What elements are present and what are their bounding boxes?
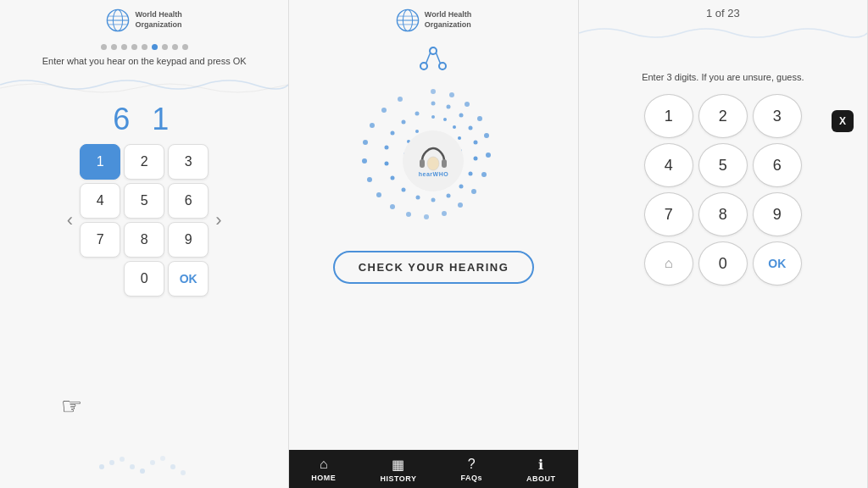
svg-point-37 [376, 192, 381, 197]
wave-decoration-p1 [0, 73, 288, 97]
dot-9 [182, 44, 188, 50]
p3-key-2[interactable]: 2 [698, 94, 748, 138]
key-5[interactable]: 5 [124, 183, 164, 219]
wave-decoration-p3 [579, 23, 867, 43]
panel-home: World Health Organization [289, 0, 578, 488]
dot-3 [121, 44, 127, 50]
svg-point-61 [415, 112, 420, 116]
home-nav-label: HOME [311, 474, 336, 482]
p3-key-0[interactable]: 0 [698, 241, 748, 286]
bottom-navigation: ⌂ HOME ▦ HISTORY ? FAQs ℹ ABOUT [289, 450, 577, 488]
svg-point-19 [430, 47, 437, 54]
p3-key-home[interactable]: ⌂ [644, 241, 693, 286]
nav-history[interactable]: ▦ HISTORY [380, 457, 416, 483]
p3-key-5[interactable]: 5 [698, 143, 748, 187]
dot-5 [142, 44, 147, 50]
svg-rect-76 [420, 159, 425, 168]
p3-key-6[interactable]: 6 [753, 143, 802, 187]
close-button[interactable]: X [832, 110, 854, 132]
who-org-text-panel1: World Health Organization [135, 10, 181, 30]
svg-point-27 [477, 116, 482, 121]
svg-point-59 [391, 131, 395, 136]
key-0[interactable]: 0 [124, 261, 164, 297]
share-icon-area [419, 44, 448, 76]
svg-point-11 [160, 456, 165, 461]
who-header-panel1: World Health Organization [106, 0, 181, 37]
p3-key-4[interactable]: 4 [644, 143, 693, 187]
who-org-text-panel2: World Health Organization [425, 10, 471, 30]
dot-8 [172, 44, 178, 50]
p3-key-8[interactable]: 8 [698, 192, 748, 236]
svg-point-58 [385, 146, 389, 150]
question-counter: 1 of 23 [706, 7, 740, 19]
svg-point-49 [474, 157, 478, 161]
dot-7 [162, 44, 168, 50]
svg-point-12 [170, 464, 175, 469]
svg-point-39 [362, 158, 367, 164]
svg-point-38 [367, 177, 372, 182]
svg-point-75 [415, 130, 419, 133]
about-nav-icon: ℹ [538, 457, 543, 473]
svg-point-46 [459, 114, 464, 118]
key-4[interactable]: 4 [80, 183, 120, 219]
svg-point-25 [449, 92, 454, 97]
svg-point-47 [469, 126, 473, 130]
svg-point-54 [416, 196, 420, 200]
digit-display: 6 1 [113, 102, 175, 137]
svg-point-13 [181, 470, 186, 475]
check-hearing-button[interactable]: CHECK YOUR HEARING [333, 251, 535, 284]
key-1[interactable]: 1 [80, 144, 120, 180]
hear-circle: hearWHO [357, 85, 509, 237]
svg-point-48 [474, 141, 478, 145]
svg-point-20 [420, 63, 427, 69]
panel-digit-entry: 1 of 23 X Enter 3 digits. If you are uns… [579, 0, 868, 488]
digit-instruction: Enter 3 digits. If you are unsure, guess… [628, 72, 817, 82]
keypad-wrapper: ‹ 1 2 3 4 5 6 7 8 9 0 OK › [64, 144, 225, 297]
svg-point-65 [458, 136, 461, 140]
svg-point-41 [370, 123, 375, 128]
svg-point-10 [150, 460, 155, 465]
key-ok[interactable]: OK [168, 261, 209, 297]
svg-point-35 [406, 212, 411, 217]
svg-point-62 [431, 115, 435, 119]
dot-2 [111, 44, 117, 50]
key-8[interactable]: 8 [124, 222, 164, 258]
svg-line-23 [437, 53, 441, 64]
p3-key-7[interactable]: 7 [644, 192, 693, 236]
svg-point-21 [439, 63, 446, 69]
hear-who-label: hearWHO [419, 171, 448, 177]
svg-point-6 [109, 460, 114, 465]
key-6[interactable]: 6 [168, 183, 209, 219]
svg-rect-77 [442, 159, 447, 168]
nav-about[interactable]: ℹ ABOUT [526, 457, 556, 483]
svg-point-34 [424, 214, 429, 219]
history-nav-label: HISTORY [380, 474, 416, 483]
svg-point-44 [431, 102, 436, 106]
p3-key-3[interactable]: 3 [753, 94, 802, 138]
key-3[interactable]: 3 [168, 144, 209, 180]
p3-key-ok[interactable]: OK [753, 241, 802, 286]
who-logo-panel1 [106, 8, 130, 32]
svg-point-32 [458, 202, 463, 208]
nav-home[interactable]: ⌂ HOME [311, 457, 336, 483]
next-arrow[interactable]: › [212, 209, 225, 231]
svg-point-56 [391, 176, 395, 180]
dot-4 [131, 44, 137, 50]
svg-point-55 [402, 188, 406, 192]
svg-point-43 [398, 97, 403, 102]
svg-point-45 [447, 105, 451, 109]
p3-key-9[interactable]: 9 [753, 192, 802, 236]
p3-key-1[interactable]: 1 [644, 94, 693, 138]
who-logo-panel2 [396, 8, 420, 32]
nav-faqs[interactable]: ? FAQs [461, 457, 483, 483]
prev-arrow[interactable]: ‹ [64, 209, 76, 231]
svg-point-64 [453, 125, 456, 129]
key-2[interactable]: 2 [124, 144, 164, 180]
key-9[interactable]: 9 [168, 222, 209, 258]
p3-keypad-grid: 1 2 3 4 5 6 7 8 9 ⌂ 0 OK [644, 94, 802, 286]
svg-point-31 [471, 189, 476, 194]
svg-point-24 [431, 89, 436, 94]
key-7[interactable]: 7 [80, 222, 120, 258]
svg-point-53 [431, 198, 436, 202]
svg-point-33 [442, 211, 447, 216]
